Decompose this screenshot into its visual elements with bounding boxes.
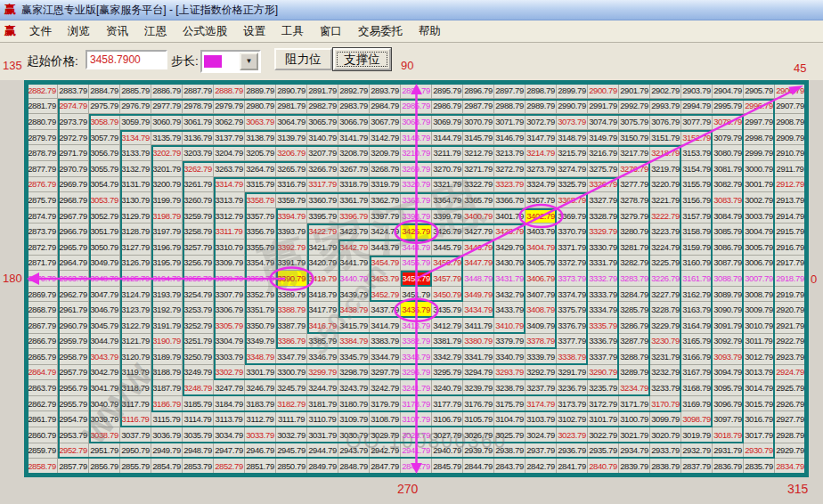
price-cell[interactable]: 3202.79 [151, 145, 183, 161]
price-cell[interactable]: 3085.79 [713, 224, 744, 240]
price-cell[interactable]: 3154.79 [681, 161, 713, 177]
price-cell[interactable]: 2910.79 [775, 145, 806, 161]
price-cell[interactable]: 3424.79 [370, 224, 401, 240]
price-cell[interactable]: 2876.79 [27, 177, 58, 193]
price-cell[interactable]: 3088.79 [713, 271, 744, 287]
price-cell[interactable]: 3371.79 [557, 240, 588, 256]
price-cell[interactable]: 2989.79 [526, 99, 557, 115]
price-cell[interactable]: 3169.79 [681, 396, 713, 412]
price-cell[interactable]: 3027.79 [432, 427, 463, 443]
price-cell[interactable]: 2948.79 [183, 443, 214, 459]
price-cell[interactable]: 3314.79 [214, 177, 245, 193]
price-cell[interactable]: 3025.79 [494, 427, 526, 443]
price-cell[interactable]: 3367.79 [526, 192, 557, 208]
price-cell[interactable]: 2944.79 [307, 443, 338, 459]
price-cell[interactable]: 3302.79 [214, 365, 245, 381]
price-cell[interactable]: 3346.79 [307, 349, 338, 365]
price-cell[interactable]: 3120.79 [120, 349, 151, 365]
price-cell[interactable]: 3331.79 [588, 256, 619, 272]
price-cell[interactable]: 3161.79 [681, 271, 713, 287]
price-cell[interactable]: 3374.79 [557, 287, 588, 303]
start-price-input[interactable] [86, 50, 167, 69]
price-cell[interactable]: 3335.79 [588, 318, 619, 334]
price-cell[interactable]: 2913.79 [775, 192, 806, 208]
price-cell[interactable]: 3196.79 [151, 240, 183, 256]
price-cell[interactable]: 3104.79 [494, 411, 526, 427]
price-cell[interactable]: 3185.79 [183, 396, 214, 412]
price-cell[interactable]: 3300.79 [276, 365, 307, 381]
price-cell[interactable]: 3065.79 [307, 114, 338, 130]
price-cell[interactable]: 2956.79 [58, 380, 89, 396]
price-cell[interactable]: 3313.79 [214, 192, 245, 208]
price-cell[interactable]: 3437.79 [370, 302, 401, 318]
price-cell[interactable]: 3391.79 [276, 256, 307, 272]
price-cell[interactable]: 3123.79 [120, 302, 151, 318]
price-cell[interactable]: 3426.79 [432, 224, 463, 240]
price-cell[interactable]: 2945.79 [276, 443, 307, 459]
price-cell[interactable]: 3403.79 [526, 224, 557, 240]
price-cell[interactable]: 2878.79 [27, 145, 58, 161]
price-cell[interactable]: 3074.79 [588, 114, 619, 130]
price-cell[interactable]: 3186.79 [151, 396, 183, 412]
price-cell[interactable]: 3382.79 [401, 334, 432, 350]
price-cell[interactable]: 3353.79 [245, 271, 276, 287]
price-cell[interactable]: 3385.79 [307, 334, 338, 350]
price-cell[interactable]: 2888.79 [214, 83, 245, 99]
price-cell[interactable]: 3359.79 [276, 192, 307, 208]
price-cell[interactable]: 2957.79 [58, 365, 89, 381]
price-cell[interactable]: 3064.79 [276, 114, 307, 130]
price-cell[interactable]: 2967.79 [58, 208, 89, 224]
menu-item-6[interactable]: 工具 [273, 21, 312, 42]
price-cell[interactable]: 3179.79 [370, 396, 401, 412]
price-cell[interactable]: 3250.79 [183, 349, 214, 365]
price-cell[interactable]: 3338.79 [557, 349, 588, 365]
price-cell[interactable]: 2881.79 [27, 99, 58, 115]
price-cell[interactable]: 3115.79 [151, 411, 183, 427]
price-cell[interactable]: 3261.79 [183, 177, 214, 193]
price-cell[interactable]: 2998.79 [744, 130, 775, 146]
price-cell[interactable]: 3166.79 [681, 349, 713, 365]
price-cell[interactable]: 3352.79 [245, 287, 276, 303]
price-cell[interactable]: 3067.79 [370, 114, 401, 130]
price-cell[interactable]: 3039.79 [89, 411, 120, 427]
price-cell[interactable]: 3070.79 [463, 114, 494, 130]
price-cell[interactable]: 3398.79 [401, 208, 432, 224]
price-cell[interactable]: 2916.79 [775, 240, 806, 256]
price-cell[interactable]: 3172.79 [588, 396, 619, 412]
price-cell[interactable]: 3373.79 [557, 271, 588, 287]
price-cell[interactable]: 3017.79 [744, 427, 775, 443]
price-cell[interactable]: 3156.79 [681, 192, 713, 208]
price-cell[interactable]: 3197.79 [151, 224, 183, 240]
price-cell[interactable]: 2999.79 [744, 145, 775, 161]
price-cell[interactable]: 3056.79 [89, 145, 120, 161]
price-cell[interactable]: 3286.79 [619, 318, 650, 334]
price-cell[interactable]: 3098.79 [681, 411, 713, 427]
price-cell[interactable]: 2953.79 [58, 427, 89, 443]
price-cell[interactable]: 3015.79 [744, 396, 775, 412]
price-cell[interactable]: 2949.79 [151, 443, 183, 459]
price-cell[interactable]: 3378.79 [526, 334, 557, 350]
price-cell[interactable]: 3151.79 [650, 130, 681, 146]
price-cell[interactable]: 3207.79 [307, 145, 338, 161]
price-cell[interactable]: 3107.79 [401, 411, 432, 427]
price-cell[interactable]: 3376.79 [557, 318, 588, 334]
price-cell[interactable]: 3068.79 [401, 114, 432, 130]
price-cell[interactable]: 2970.79 [58, 161, 89, 177]
price-cell[interactable]: 3326.79 [588, 177, 619, 193]
price-cell[interactable]: 2863.79 [27, 380, 58, 396]
price-cell[interactable]: 2911.79 [775, 161, 806, 177]
price-cell[interactable]: 3194.79 [151, 271, 183, 287]
price-cell[interactable]: 3345.79 [338, 349, 370, 365]
price-cell[interactable]: 2884.79 [89, 83, 120, 99]
price-cell[interactable]: 3212.79 [463, 145, 494, 161]
price-cell[interactable]: 3199.79 [151, 192, 183, 208]
price-cell[interactable]: 3361.79 [338, 192, 370, 208]
price-cell[interactable]: 3190.79 [151, 334, 183, 350]
price-cell[interactable]: 3417.79 [307, 302, 338, 318]
price-cell[interactable]: 3431.79 [494, 271, 526, 287]
price-cell[interactable]: 3242.79 [370, 380, 401, 396]
price-cell[interactable]: 3276.79 [619, 161, 650, 177]
price-cell[interactable]: 3000.79 [744, 161, 775, 177]
price-cell[interactable]: 3096.79 [713, 396, 744, 412]
price-cell[interactable]: 3062.79 [214, 114, 245, 130]
